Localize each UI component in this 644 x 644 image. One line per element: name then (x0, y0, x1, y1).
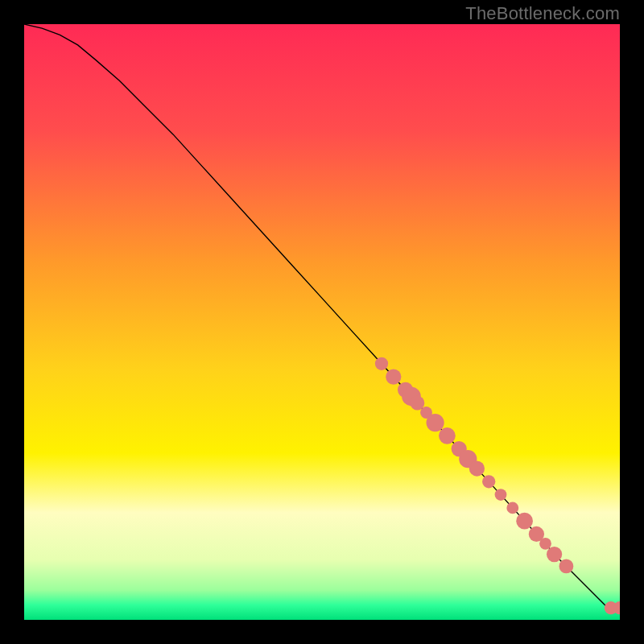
scatter-point (427, 414, 444, 431)
scatter-point (386, 369, 401, 384)
scatter-point (547, 547, 562, 562)
scatter-point (469, 460, 485, 476)
attribution-label: TheBottleneck.com (465, 3, 620, 24)
scatter-point (375, 357, 388, 370)
scatter-point (439, 427, 456, 444)
scatter-point (411, 396, 425, 411)
chart-plot (24, 24, 620, 620)
scatter-point (495, 489, 507, 501)
chart-stage: TheBottleneck.com (0, 0, 644, 644)
scatter-point (539, 538, 551, 550)
scatter-point (559, 559, 574, 574)
scatter-point (506, 502, 518, 514)
scatter-point (516, 513, 533, 530)
scatter-point (482, 475, 495, 488)
